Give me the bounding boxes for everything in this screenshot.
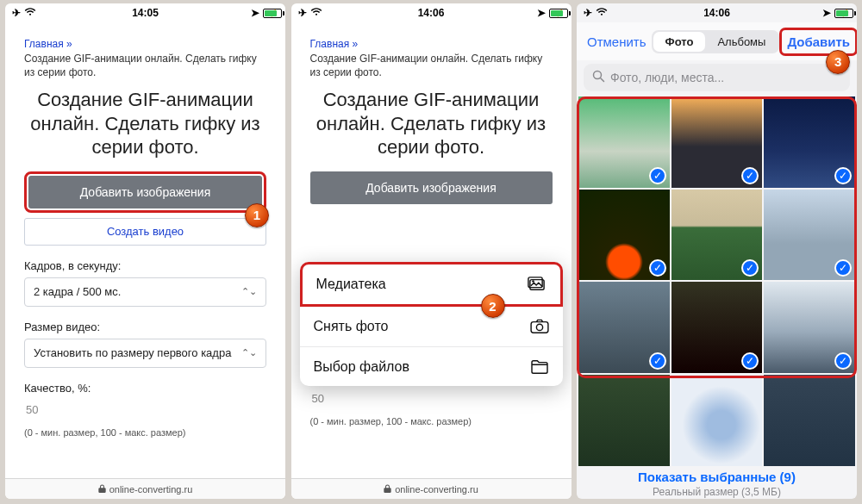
chevron-updown-icon: ⌃⌄ xyxy=(241,286,257,297)
wifi-icon xyxy=(310,7,322,19)
breadcrumb-home[interactable]: Главная xyxy=(24,38,64,50)
check-icon: ✓ xyxy=(741,167,759,184)
fps-select[interactable]: 2 кадра / 500 мс. ⌃⌄ xyxy=(24,277,266,307)
quality-value[interactable]: 50 xyxy=(24,400,266,420)
photo-thumb[interactable]: ✓ xyxy=(764,190,855,281)
quality-value[interactable]: 50 xyxy=(310,389,553,409)
photo-thumb[interactable]: ✓ xyxy=(578,282,670,373)
check-icon: ✓ xyxy=(649,167,666,184)
page-title: Создание GIF-анимации онлайн. Сделать ги… xyxy=(310,88,553,159)
photo-thumb[interactable]: ✓ xyxy=(578,96,670,188)
picker-cancel-button[interactable]: Отменить xyxy=(582,31,652,53)
page-body: Главная » Создание GIF-анимации онлайн. … xyxy=(5,22,285,478)
check-icon: ✓ xyxy=(834,259,852,277)
seg-albums[interactable]: Альбомы xyxy=(705,32,778,52)
status-time: 14:05 xyxy=(132,7,159,19)
fps-value: 2 кадра / 500 мс. xyxy=(34,285,121,298)
airplane-icon: ✈︎ xyxy=(584,7,592,19)
breadcrumb-home[interactable]: Главная xyxy=(310,38,350,50)
status-bar: ✈︎ 14:06 ➤ ⚡ xyxy=(577,3,857,22)
svg-rect-3 xyxy=(531,322,548,333)
battery-icon: ⚡ xyxy=(263,9,278,18)
search-icon xyxy=(592,70,605,85)
svg-point-4 xyxy=(536,324,542,330)
footer-domain: online-converting.ru xyxy=(109,484,193,495)
photo-thumb[interactable]: ✓ xyxy=(671,282,763,373)
location-icon: ➤ xyxy=(822,7,831,19)
sheet-media-library[interactable]: Медиатека xyxy=(303,264,560,304)
photo-thumb[interactable] xyxy=(671,375,763,466)
camera-icon xyxy=(530,319,549,334)
status-time: 14:06 xyxy=(418,7,445,19)
show-selected-link[interactable]: Показать выбранные (9) xyxy=(577,470,857,484)
check-icon: ✓ xyxy=(741,352,759,370)
quality-hint: (0 - мин. размер, 100 - макс. размер) xyxy=(310,416,553,426)
picker-segment[interactable]: Фото Альбомы xyxy=(652,30,780,53)
breadcrumb[interactable]: Главная » xyxy=(24,38,266,50)
step-badge-3: 3 xyxy=(826,50,850,74)
sheet-choose-files[interactable]: Выбор файлов xyxy=(300,346,563,386)
photo-thumb[interactable]: ✓ xyxy=(671,190,763,281)
size-value: Установить по размеру первого кадра xyxy=(34,346,231,359)
location-icon: ➤ xyxy=(537,7,546,19)
sheet-camera-label: Снять фото xyxy=(314,319,389,334)
breadcrumb-sub: Создание GIF-анимации онлайн. Сделать ги… xyxy=(24,52,266,79)
picker-search[interactable]: Фото, люди, места... xyxy=(584,64,850,91)
sheet-files-label: Выбор файлов xyxy=(314,359,410,375)
status-bar: ✈︎ 14:05 ➤ ⚡ xyxy=(5,3,285,22)
photo-thumb[interactable]: ✓ xyxy=(764,96,855,188)
photo-picker-header: Отменить Фото Альбомы Добавить 3 xyxy=(577,22,857,60)
sheet-take-photo[interactable]: Снять фото xyxy=(300,307,563,346)
check-icon: ✓ xyxy=(649,259,666,277)
size-select[interactable]: Установить по размеру первого кадра ⌃⌄ xyxy=(24,339,266,368)
page-body: Главная » Создание GIF-анимации онлайн. … xyxy=(291,22,572,478)
fps-label: Кадров, в секунду: xyxy=(24,259,266,272)
photo-thumb[interactable]: ✓ xyxy=(764,282,855,373)
callout-step-1: Добавить изображения 1 xyxy=(24,171,266,213)
check-icon: ✓ xyxy=(741,259,759,277)
lock-icon xyxy=(384,484,391,495)
media-library-icon xyxy=(528,277,547,292)
photo-thumb[interactable] xyxy=(578,375,670,466)
airplane-icon: ✈︎ xyxy=(12,7,21,19)
create-video-button[interactable]: Создать видео xyxy=(24,218,266,246)
size-label: Размер видео: xyxy=(24,320,266,333)
browser-footer: online-converting.ru xyxy=(291,478,572,499)
location-icon: ➤ xyxy=(251,7,259,19)
photo-thumb[interactable] xyxy=(764,375,855,466)
svg-point-5 xyxy=(594,72,602,79)
breadcrumb[interactable]: Главная » xyxy=(310,38,553,50)
add-images-button[interactable]: Добавить изображения xyxy=(310,171,553,204)
picker-add-button[interactable]: Добавить xyxy=(782,31,855,53)
phone-3: ✈︎ 14:06 ➤ ⚡ Отменить Фото Альбомы Добав… xyxy=(577,3,857,499)
breadcrumb-sep: » xyxy=(353,38,359,50)
lock-icon xyxy=(98,484,106,495)
photo-thumb[interactable]: ✓ xyxy=(578,190,670,281)
airplane-icon: ✈︎ xyxy=(298,7,307,19)
add-images-button[interactable]: Добавить изображения xyxy=(28,176,262,208)
status-time: 14:06 xyxy=(703,7,730,19)
battery-icon: ⚡ xyxy=(549,9,565,18)
callout-step-2: Медиатека 2 xyxy=(300,262,563,307)
real-size-label: Реальный размер (3,5 МБ) xyxy=(577,486,857,498)
check-icon: ✓ xyxy=(834,352,852,370)
step-badge-2: 2 xyxy=(481,294,505,318)
check-icon: ✓ xyxy=(649,352,666,370)
seg-photos[interactable]: Фото xyxy=(653,32,706,52)
phone-1: ✈︎ 14:05 ➤ ⚡ Главная » Создание GIF-аним… xyxy=(5,3,285,499)
phone-2: ✈︎ 14:06 ➤ ⚡ Главная » Создание GIF-аним… xyxy=(291,3,572,499)
breadcrumb-sub: Создание GIF-анимации онлайн. Сделать ги… xyxy=(310,52,553,79)
search-placeholder: Фото, люди, места... xyxy=(610,71,724,84)
breadcrumb-sep: » xyxy=(66,38,72,50)
photo-thumb[interactable]: ✓ xyxy=(671,96,763,188)
wifi-icon xyxy=(596,7,608,19)
battery-icon: ⚡ xyxy=(834,9,850,18)
check-icon: ✓ xyxy=(834,167,852,184)
sheet-media-label: Медиатека xyxy=(316,277,386,292)
page-title: Создание GIF-анимации онлайн. Сделать ги… xyxy=(24,88,266,159)
upload-action-sheet: Медиатека 2 Снять фото Выбор файлов xyxy=(300,262,563,386)
folder-icon xyxy=(530,359,549,375)
quality-label: Качество, %: xyxy=(24,382,266,395)
photo-grid-wrap: ✓ ✓ ✓ ✓ ✓ ✓ ✓ ✓ ✓ xyxy=(577,96,857,466)
wifi-icon xyxy=(24,7,36,19)
